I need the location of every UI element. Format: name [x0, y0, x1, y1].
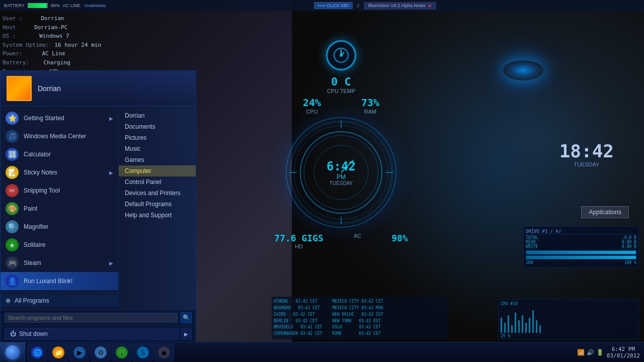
ac-label: AC LINE — [63, 3, 80, 8]
start-right-music[interactable]: Music — [119, 143, 196, 154]
start-right-default-programs[interactable]: Default Programs — [119, 199, 196, 210]
ac-lbl: AC — [354, 233, 361, 239]
click-me-button[interactable]: <== CLICK ME! — [314, 2, 353, 9]
start-item-snipping[interactable]: ✂ Snipping Tool — [1, 182, 118, 200]
start-right-documents[interactable]: Documents — [119, 121, 196, 132]
hud-bottom-stats: 77.6 GIGS HD AC 98% — [274, 233, 408, 249]
cpu-bar — [504, 323, 506, 333]
steam-label: Steam — [24, 259, 41, 266]
search-button[interactable]: 🔍 — [181, 312, 192, 323]
city-times-columns: ATHENS 03:42 CET BAGHDAD 03:42 CET CAIRO… — [274, 299, 446, 337]
start-item-sticky-notes[interactable]: 📝 Sticky Notes ▶ — [1, 163, 118, 182]
media-player-icon: ▶ — [73, 346, 86, 358]
tray-network-icon[interactable]: 📶 — [577, 349, 585, 356]
cpu-percent: 24% — [303, 97, 321, 109]
sys-uptime: System Uptime: 16 hour 24 min — [3, 41, 101, 50]
city-newyork: NEW YORK 03:42 EST — [332, 318, 383, 325]
sticky-notes-label: Sticky Notes — [24, 169, 57, 176]
taskbar-ie[interactable]: 🌐 — [27, 343, 47, 361]
start-item-luxand[interactable]: 👤 Run Luxand Blink! — [1, 272, 118, 290]
hud-cpu-stat: 24% CPU — [303, 97, 321, 115]
city-oslo: OSLO 03:42 CET — [332, 324, 383, 331]
sys-os: OS : Windows 7 — [3, 32, 101, 41]
hd-gigs-value: 77.6 GIGS — [274, 233, 324, 243]
time-day: TUESDAY — [327, 180, 356, 186]
start-item-paint[interactable]: 🎨 Paint — [1, 200, 118, 218]
taskbar-torrent[interactable]: ↓ — [112, 343, 132, 361]
magnifier-icon: 🔍 — [6, 220, 19, 233]
shutdown-row: ⏻ Shut down ▶ — [1, 325, 196, 342]
city-copenhagen: COPENHAGEN 03:42 CET — [274, 331, 322, 337]
hud-cpu-temp: 0 C CPU TEMP — [327, 75, 356, 94]
skype-icon: S — [137, 346, 149, 358]
tray-volume-icon[interactable]: 🔊 — [587, 349, 594, 356]
start-right-games[interactable]: Games — [119, 154, 196, 165]
os-label: OS : — [3, 33, 16, 39]
taskbar-unknown1[interactable]: ⚙ — [91, 343, 111, 361]
battery-fill — [28, 4, 47, 8]
start-item-media-center[interactable]: 🎵 Windows Media Center — [1, 127, 118, 145]
taskbar-time: 6:42 PM — [607, 346, 640, 352]
close-icon[interactable]: ✕ — [428, 3, 432, 9]
start-right-control-panel[interactable]: Control Panel — [119, 176, 196, 188]
city-mexico: MEXICO CITY 03:42 CST — [332, 299, 383, 305]
hud-ring: 6:42 PM TUESDAY — [286, 117, 396, 228]
calculator-icon: 🔢 — [6, 148, 19, 161]
app1-icon: ⚙ — [95, 346, 107, 358]
start-menu-body: ⭐ Getting Started ▶ 🎵 Windows Media Cent… — [1, 106, 196, 310]
start-item-calculator[interactable]: 🔢 Calculator — [1, 145, 118, 163]
drive2-percent-row: 100 100 % — [526, 260, 636, 265]
taskbar-clock[interactable]: 6:42 PM 03/01/2012 — [607, 346, 640, 359]
shutdown-arrow-button[interactable]: ▶ — [181, 328, 192, 339]
tray-icons: 📶 🔊 🔋 — [577, 349, 604, 356]
taskbar-folder[interactable]: 📁 — [48, 343, 68, 361]
shutdown-button[interactable]: ⏻ Shut down — [5, 328, 179, 340]
start-button[interactable] — [0, 342, 25, 363]
hud-hd-percent: 98% — [391, 233, 408, 249]
user-label: User : — [3, 15, 23, 22]
d2-write-lbl: WRITE — [526, 244, 538, 249]
all-programs-button[interactable]: ⊕ All Programs — [1, 295, 118, 307]
hd-label: HD — [274, 243, 324, 249]
battery-label: BATTERY — [4, 3, 25, 8]
hud-center: 0 C CPU TEMP 24% CPU 73% RAM — [246, 40, 437, 292]
os-value: Windows 7 — [39, 33, 69, 39]
start-right-computer[interactable]: Computer — [119, 165, 196, 176]
city-berlin: BERLIN 03:42 CET — [274, 318, 322, 325]
start-item-steam[interactable]: 🎮 Steam ▶ — [1, 254, 118, 272]
start-search-bar: 🔍 — [1, 310, 196, 325]
start-item-getting-started[interactable]: ⭐ Getting Started ▶ — [1, 109, 118, 127]
cpu-bar — [511, 325, 513, 333]
progress-fill-1 — [526, 251, 636, 254]
start-right-help[interactable]: Help and Support — [119, 210, 196, 221]
cpu-bar — [532, 310, 534, 333]
start-right-devices[interactable]: Devices and Printers — [119, 188, 196, 199]
taskbar-unknown2[interactable]: ◉ — [154, 343, 174, 361]
taskbar-skype[interactable]: S — [133, 343, 153, 361]
taskbar-media-player[interactable]: ▶ — [69, 343, 90, 361]
all-programs-label: All Programs — [15, 297, 49, 304]
bluevision-label: BlueVision V0.2 Alpha Notes — [368, 3, 426, 8]
ie-icon: 🌐 — [31, 346, 43, 358]
battery-percent: 98% — [51, 3, 60, 8]
time-value: 6:42 — [327, 159, 356, 173]
start-item-magnifier[interactable]: 🔍 Magnifier — [1, 218, 118, 236]
top-bar: BATTERY 98% AC LINE CHARGING <== CLICK M… — [0, 0, 644, 11]
start-right-pictures[interactable]: Pictures — [119, 132, 196, 143]
torrent-icon: ↓ — [116, 346, 128, 358]
d2-pct2: 100 % — [624, 260, 636, 265]
tray-battery-icon[interactable]: 🔋 — [596, 349, 604, 356]
user-value: Dorrian — [41, 15, 64, 22]
cpu-bar — [539, 325, 541, 333]
start-right-dorrian[interactable]: Dorrian — [119, 110, 196, 121]
bluevision-tab: BlueVision V0.2 Alpha Notes ✕ — [364, 2, 436, 10]
sys-power: Power: AC Line — [3, 49, 101, 58]
svg-point-1 — [340, 54, 343, 57]
search-input[interactable] — [5, 313, 178, 323]
start-item-solitaire[interactable]: ♠ Solitaire — [1, 236, 118, 254]
hud-time: 6:42 PM TUESDAY — [327, 159, 356, 186]
drive2-row2: READ 0.00 B — [526, 240, 636, 244]
folder-icon: 📁 — [52, 346, 64, 358]
taskbar-items: 🌐 📁 ▶ ⚙ ↓ S ◉ — [25, 343, 573, 361]
city-moscow: MEXICO CITY 03:42 MSK — [332, 305, 383, 312]
